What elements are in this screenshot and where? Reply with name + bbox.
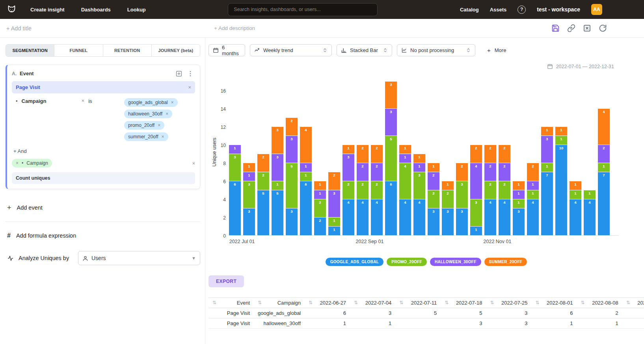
bar-segment-halloween_30off[interactable]: 1 (243, 172, 255, 181)
bar-segment-google_ads_global[interactable]: 2 (314, 217, 326, 235)
legend-item-google-ads-global[interactable]: GOOGLE_ADS_GLOBAL (326, 258, 383, 266)
bar-segment-google_ads_global[interactable]: 3 (243, 208, 255, 235)
bar-2022-09-19[interactable]: 4411 (399, 145, 411, 235)
bar-segment-google_ads_global[interactable]: 10 (555, 145, 567, 235)
bar-segment-halloween_30off[interactable]: 1 (413, 163, 425, 172)
sort-icon[interactable]: ⇅ (535, 300, 539, 305)
filter-value-pill-promo-20off[interactable]: promo_20off× (124, 121, 164, 130)
bar-2022-12-26[interactable]: 7124 (598, 108, 610, 235)
legend-item-halloween-30off[interactable]: HALLOWEEN_30OFF (430, 258, 481, 266)
bar-segment-promo_20off[interactable]: 3 (243, 181, 255, 208)
bar-segment-promo_20off[interactable]: 2 (428, 190, 439, 208)
bar-segment-halloween_30off[interactable]: 2 (598, 145, 610, 163)
legend-item-summer-20off[interactable]: SUMMER_20OFF (484, 258, 527, 266)
nav-item-lookup[interactable]: Lookup (127, 7, 146, 13)
bar-segment-summer_20off[interactable]: 3 (272, 126, 283, 154)
remove-value-icon[interactable]: × (171, 100, 174, 105)
bar-segment-promo_20off[interactable]: 1 (527, 190, 539, 199)
bar-segment-google_ads_global[interactable]: 6 (300, 181, 312, 235)
bar-segment-summer_20off[interactable]: 1 (399, 145, 411, 154)
bar-2022-09-05[interactable]: 4222 (371, 145, 383, 235)
bar-segment-promo_20off[interactable]: 2 (371, 181, 383, 199)
bar-2022-07-04[interactable]: 3311 (243, 163, 255, 235)
bar-segment-halloween_30off[interactable]: 2 (484, 163, 496, 181)
bar-segment-promo_20off[interactable]: 3 (456, 181, 468, 208)
bar-segment-promo_20off[interactable]: 2 (357, 181, 369, 199)
bar-segment-google_ads_global[interactable]: 4 (413, 199, 425, 235)
bar-segment-halloween_30off[interactable]: 2 (428, 172, 439, 190)
bar-segment-google_ads_global[interactable]: 1 (470, 226, 482, 235)
bar-2022-11-21[interactable]: 4112 (527, 163, 539, 235)
remove-value-icon[interactable]: × (158, 123, 160, 128)
sort-icon[interactable]: ⇅ (581, 300, 585, 305)
help-icon[interactable]: ? (517, 6, 526, 14)
workspace-name[interactable]: test - workspace (537, 6, 580, 13)
bar-segment-halloween_30off[interactable]: 1 (513, 190, 525, 199)
remove-value-icon[interactable]: × (166, 112, 168, 116)
bar-segment-promo_20off[interactable]: 1 (272, 181, 283, 190)
date-range-button[interactable]: 6 months (208, 44, 245, 56)
bar-segment-google_ads_global[interactable]: 4 (527, 199, 539, 235)
bar-segment-halloween_30off[interactable]: 1 (314, 190, 326, 199)
nav-item-create-insight[interactable]: Create insight (30, 7, 65, 13)
bar-segment-promo_20off[interactable]: 2 (442, 190, 454, 208)
save-icon[interactable] (551, 24, 560, 32)
bar-segment-halloween_30off[interactable]: 3 (328, 190, 340, 217)
bar-segment-summer_20off[interactable]: 2 (484, 145, 496, 163)
bar-2022-08-29[interactable]: 4222 (357, 145, 369, 235)
bar-segment-promo_20off[interactable]: 1 (541, 163, 553, 172)
add-formula-button[interactable]: # Add formula expression (6, 232, 200, 239)
bar-segment-promo_20off[interactable]: 1 (328, 217, 340, 226)
bar-2022-10-10[interactable]: 321 (442, 181, 454, 235)
sort-icon[interactable]: ⇅ (212, 300, 216, 305)
link-icon[interactable] (567, 24, 575, 32)
bar-segment-google_ads_global[interactable]: 4 (342, 199, 354, 235)
bar-segment-summer_20off[interactable]: 1 (428, 163, 439, 172)
bar-segment-promo_20off[interactable]: 1 (570, 190, 581, 199)
table-row[interactable]: Page Visitgoogle_ads_global635536214 (208, 308, 644, 318)
bar-segment-summer_20off[interactable]: 2 (286, 117, 298, 136)
selected-event-row[interactable]: Page Visit × (12, 81, 195, 93)
bar-2022-06-27[interactable]: 631 (229, 145, 241, 235)
bar-2022-10-31[interactable]: 4222 (484, 145, 496, 235)
bar-segment-promo_20off[interactable]: 1 (584, 190, 596, 199)
bar-segment-promo_20off[interactable]: 2 (314, 199, 326, 217)
bar-2022-11-28[interactable]: 7131 (541, 126, 553, 235)
remove-breakdown-row-icon[interactable]: × (192, 161, 195, 166)
remove-value-icon[interactable]: × (161, 134, 164, 139)
bar-2022-10-03[interactable]: 3221 (428, 163, 439, 235)
search-input[interactable] (233, 6, 372, 13)
clear-icon[interactable] (583, 24, 591, 32)
bar-segment-halloween_30off[interactable]: 3 (272, 154, 283, 181)
filter-value-pill-summer-20off[interactable]: summer_20off× (124, 132, 168, 141)
bar-2022-12-19[interactable]: 41 (584, 190, 596, 235)
post-processing-select[interactable]: No post processing (397, 44, 475, 56)
bar-2022-10-24[interactable]: 1342 (470, 145, 482, 235)
bar-segment-promo_20off[interactable]: 1 (513, 199, 525, 208)
bar-segment-google_ads_global[interactable]: 7 (598, 172, 610, 235)
chart-type-select[interactable]: Stacked Bar (337, 44, 392, 56)
bar-2022-12-05[interactable]: 1011 (555, 126, 567, 235)
tab-funnel[interactable]: FUNNEL (54, 45, 102, 56)
bar-segment-summer_20off[interactable]: 2 (357, 145, 369, 163)
bar-segment-promo_20off[interactable]: 3 (470, 199, 482, 226)
sort-icon[interactable]: ⇅ (445, 300, 449, 305)
bar-segment-summer_20off[interactable]: 1 (570, 181, 581, 190)
bar-segment-halloween_30off[interactable]: 4 (470, 163, 482, 199)
analyze-by-select[interactable]: Users ▼ (78, 251, 200, 265)
add-description-button[interactable]: + Add description (214, 25, 255, 31)
bar-segment-promo_20off[interactable]: 3 (229, 154, 241, 181)
bar-segment-google_ads_global[interactable]: 6 (229, 181, 241, 235)
filter-property-name[interactable]: Campaign (22, 98, 82, 104)
bar-segment-summer_20off[interactable]: 2 (456, 163, 468, 181)
bar-segment-halloween_30off[interactable]: 2 (499, 163, 510, 181)
refresh-icon[interactable] (599, 24, 607, 32)
bar-2022-08-22[interactable]: 4231 (342, 145, 354, 235)
bar-2022-08-08[interactable]: 2211 (314, 181, 326, 235)
bar-segment-summer_20off[interactable]: 1 (314, 181, 326, 190)
sort-icon[interactable]: ⇅ (309, 300, 313, 305)
bar-segment-promo_20off[interactable]: 1 (555, 136, 567, 145)
bar-2022-09-12[interactable]: 6533 (385, 81, 397, 235)
bar-segment-google_ads_global[interactable]: 3 (442, 208, 454, 235)
bar-segment-google_ads_global[interactable]: 3 (456, 208, 468, 235)
